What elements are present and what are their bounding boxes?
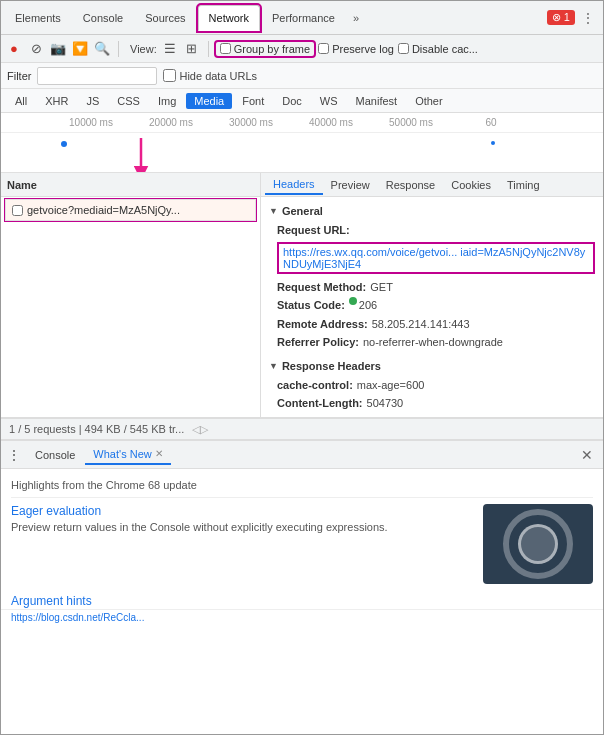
detail-tab-response[interactable]: Response [378, 176, 444, 194]
status-code-value: 206 [359, 297, 377, 314]
separator-2 [208, 41, 209, 57]
timeline-10000: 10000 ms [51, 117, 131, 132]
request-url-label: Request URL: [277, 222, 350, 239]
resize-handle[interactable]: ◁▷ [192, 423, 200, 436]
referrer-policy-value: no-referrer-when-downgrade [363, 334, 503, 351]
request-checkbox-0[interactable] [12, 205, 23, 216]
status-bar: 1 / 5 requests | 494 KB / 545 KB tr... ◁… [1, 418, 603, 440]
highlights-text: Highlights from the Chrome 68 update [11, 475, 593, 498]
content-length-value: 504730 [367, 395, 404, 412]
requests-panel: Name getvoice?mediaid=MzA5NjQy... [1, 173, 261, 417]
filter-button[interactable]: 🔽 [71, 40, 89, 58]
detail-tab-cookies[interactable]: Cookies [443, 176, 499, 194]
tab-icons-group: ⊗ 1 ⋮ [547, 8, 599, 28]
request-item-0[interactable]: getvoice?mediaid=MzA5NjQy... [5, 199, 256, 221]
hide-data-urls-checkbox[interactable] [163, 69, 176, 82]
camera-button[interactable]: 📷 [49, 40, 67, 58]
preserve-log-label: Preserve log [332, 43, 394, 55]
main-split-pane: Name getvoice?mediaid=MzA5NjQy... Header… [1, 173, 603, 418]
request-method-value: GET [370, 279, 393, 296]
status-text: 1 / 5 requests | 494 KB / 545 KB tr... [9, 423, 184, 435]
record-button[interactable]: ● [5, 40, 23, 58]
list-view-button[interactable]: ☰ [161, 40, 179, 58]
timeline-50000: 50000 ms [371, 117, 451, 132]
drawer-close-button[interactable]: ✕ [577, 447, 597, 463]
status-code-row: Status Code: 206 [261, 296, 603, 315]
tab-network[interactable]: Network [198, 5, 260, 31]
type-tabs-bar: All XHR JS CSS Img Media Font Doc WS Man… [1, 89, 603, 113]
disable-cache-group: Disable cac... [398, 43, 478, 55]
type-tab-js[interactable]: JS [78, 93, 107, 109]
disable-cache-checkbox[interactable] [398, 43, 409, 54]
filter-row: Filter Hide data URLs [1, 63, 603, 89]
detail-tab-headers[interactable]: Headers [265, 175, 323, 195]
request-url-header-label: Request URL: [261, 221, 603, 240]
tree-view-button[interactable]: ⊞ [183, 40, 201, 58]
request-url-value: https://res.wx.qq.com/voice/getvoi... ia… [277, 242, 595, 274]
remote-address-label: Remote Address: [277, 316, 368, 333]
chrome-inner-circle [518, 524, 558, 564]
drawer-tab-whats-new[interactable]: What's New ✕ [85, 445, 170, 465]
filter-input[interactable] [37, 67, 157, 85]
request-method-row: Request Method: GET [261, 278, 603, 297]
general-section-label: General [282, 205, 323, 217]
tab-elements[interactable]: Elements [5, 6, 71, 30]
more-options-icon[interactable]: ⋮ [577, 8, 599, 28]
cache-control-label: cache-control: [277, 377, 353, 394]
type-tab-all[interactable]: All [7, 93, 35, 109]
view-label: View: [130, 43, 157, 55]
type-tab-font[interactable]: Font [234, 93, 272, 109]
drawer-whats-new-label: What's New [93, 448, 151, 460]
filter-text-label: Filter [7, 70, 31, 82]
type-tab-doc[interactable]: Doc [274, 93, 310, 109]
drawer-menu-icon[interactable]: ⋮ [7, 447, 21, 463]
preserve-log-checkbox[interactable] [318, 43, 329, 54]
hide-data-urls-label: Hide data URLs [179, 70, 257, 82]
timeline-dot-1 [61, 141, 67, 147]
group-by-frame-checkbox[interactable] [220, 43, 231, 54]
headers-content: ▼ General Request URL: https://res.wx.qq… [261, 197, 603, 417]
type-tab-media[interactable]: Media [186, 93, 232, 109]
drawer-tab-console[interactable]: Console [27, 446, 83, 464]
content-range-label: Content-Range: [277, 414, 360, 418]
type-tab-img[interactable]: Img [150, 93, 184, 109]
cache-control-value: max-age=600 [357, 377, 425, 394]
content-length-row: Content-Length: 504730 [261, 394, 603, 413]
search-button[interactable]: 🔍 [93, 40, 111, 58]
tab-more-button[interactable]: » [347, 8, 365, 28]
general-triangle-icon: ▼ [269, 206, 278, 216]
separator-1 [118, 41, 119, 57]
detail-tab-preview[interactable]: Preview [323, 176, 378, 194]
content-range-value: bytes 0-504729/504730 [364, 414, 480, 418]
type-tab-manifest[interactable]: Manifest [348, 93, 406, 109]
status-dot-icon [349, 297, 357, 305]
tab-sources[interactable]: Sources [135, 6, 195, 30]
content-length-label: Content-Length: [277, 395, 363, 412]
tab-console[interactable]: Console [73, 6, 133, 30]
close-tab-icon[interactable]: ✕ [155, 448, 163, 459]
chrome-graphic-icon [503, 509, 573, 579]
remote-address-row: Remote Address: 58.205.214.141:443 [261, 315, 603, 334]
hide-data-urls-group: Hide data URLs [163, 69, 257, 82]
name-column-header: Name [7, 179, 37, 191]
tab-performance[interactable]: Performance [262, 6, 345, 30]
response-headers-section-label: Response Headers [282, 360, 381, 372]
cache-control-row: cache-control: max-age=600 [261, 376, 603, 395]
request-url-row: Request URL: https://res.wx.qq.com/voice… [261, 221, 603, 274]
detail-tab-timing[interactable]: Timing [499, 176, 548, 194]
network-toolbar: ● ⊘ 📷 🔽 🔍 View: ☰ ⊞ Group by frame Prese… [1, 35, 603, 63]
response-headers-section-title: ▼ Response Headers [261, 356, 603, 376]
feature-image-0 [483, 504, 593, 584]
content-range-row: Content-Range: bytes 0-504729/504730 [261, 413, 603, 418]
feature-image-inner-0 [483, 504, 593, 584]
referrer-policy-row: Referrer Policy: no-referrer-when-downgr… [261, 333, 603, 352]
type-tab-css[interactable]: CSS [109, 93, 148, 109]
type-tab-xhr[interactable]: XHR [37, 93, 76, 109]
cancel-button[interactable]: ⊘ [27, 40, 45, 58]
type-tab-ws[interactable]: WS [312, 93, 346, 109]
error-badge[interactable]: ⊗ 1 [547, 10, 575, 25]
type-tab-other[interactable]: Other [407, 93, 451, 109]
bottom-url: https://blog.csdn.net/ReCcla... [1, 609, 603, 625]
feature-item-1: Argument hints View a function's expecte… [11, 594, 593, 609]
console-drawer: ⋮ Console What's New ✕ ✕ Highlights from… [1, 440, 603, 625]
